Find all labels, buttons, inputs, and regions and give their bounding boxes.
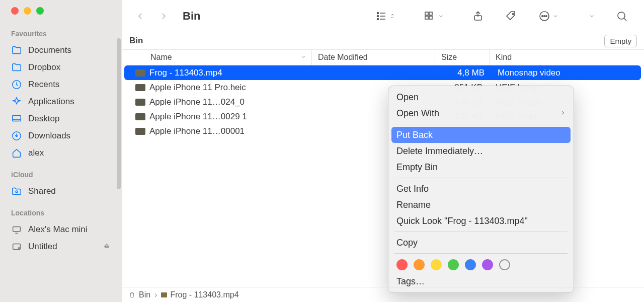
menu-item-empty-bin[interactable]: Empty Bin: [388, 159, 574, 175]
menu-item-label: Tags…: [396, 276, 425, 287]
window-controls: [0, 7, 122, 15]
file-name: Apple iPhone 11…0029 1: [149, 112, 247, 122]
more-button[interactable]: [535, 7, 561, 25]
context-menu: Open Open With Put Back Delete Immediate…: [388, 86, 574, 293]
sidebar-item-label: Documents: [28, 45, 71, 55]
menu-item-label: Put Back: [396, 130, 433, 140]
sidebar-section-locations: Locations: [0, 209, 122, 221]
svg-rect-10: [425, 12, 428, 15]
menu-separator: [394, 232, 568, 232]
tag-green[interactable]: [448, 259, 459, 270]
sidebar-item-desktop[interactable]: Desktop: [0, 110, 122, 127]
path-item-file[interactable]: Frog - 113403.mp4: [161, 290, 238, 299]
sidebar-item-disk[interactable]: Untitled: [0, 238, 122, 255]
menu-item-put-back[interactable]: Put Back: [391, 127, 571, 143]
home-icon: [11, 147, 22, 159]
file-kind: Monosnap video: [492, 68, 641, 78]
menu-item-copy[interactable]: Copy: [388, 235, 574, 251]
menu-item-get-info[interactable]: Get Info: [388, 181, 574, 197]
sidebar-item-applications[interactable]: Applications: [0, 93, 122, 110]
menu-separator: [394, 253, 568, 254]
menu-item-quick-look[interactable]: Quick Look "Frog - 113403.mp4": [388, 213, 574, 229]
svg-point-20: [618, 12, 625, 19]
applications-icon: [11, 96, 22, 107]
tags-button[interactable]: [502, 7, 520, 25]
path-separator-icon: ›: [154, 290, 157, 299]
toolbar: Bin: [122, 0, 644, 32]
sidebar-item-shared[interactable]: Shared: [0, 183, 122, 200]
file-name: Apple iPhone 11…024_0: [149, 97, 245, 107]
submenu-chevron-icon: [560, 108, 566, 119]
column-kind[interactable]: Kind: [490, 53, 644, 62]
path-bar: Bin › Frog - 113403.mp4: [122, 287, 644, 302]
column-size[interactable]: Size: [435, 50, 490, 65]
file-row[interactable]: Frog - 113403.mp4 4,8 MB Monosnap video: [124, 65, 641, 80]
column-date[interactable]: Date Modified: [312, 50, 435, 65]
empty-bin-button[interactable]: Empty: [604, 35, 637, 47]
view-list-button[interactable]: [372, 7, 398, 25]
minimize-window-button[interactable]: [24, 7, 31, 15]
column-name[interactable]: Name: [122, 50, 312, 65]
forward-button[interactable]: [155, 8, 172, 24]
back-button[interactable]: [132, 8, 148, 24]
eject-icon[interactable]: [103, 242, 111, 252]
shared-folder-icon: [11, 186, 22, 197]
sidebar-item-dropbox[interactable]: Dropbox: [0, 59, 122, 76]
sidebar-item-label: Dropbox: [28, 62, 60, 72]
path-item-bin[interactable]: Bin: [128, 290, 150, 299]
share-button[interactable]: [469, 7, 487, 25]
svg-point-18: [544, 16, 545, 17]
sidebar-item-computer[interactable]: Alex's Mac mini: [0, 221, 122, 238]
chevron-down-icon: [438, 13, 444, 19]
column-size-label: Size: [441, 53, 457, 62]
svg-point-17: [542, 16, 543, 17]
tag-none[interactable]: [499, 259, 510, 270]
folder-icon: [11, 62, 22, 73]
menu-item-delete-immediately[interactable]: Delete Immediately…: [388, 143, 574, 159]
svg-point-7: [377, 13, 379, 14]
column-name-label: Name: [150, 53, 172, 62]
sidebar-item-label: Recents: [28, 80, 59, 90]
file-thumbnail-icon: [135, 84, 145, 91]
svg-point-15: [513, 14, 514, 15]
search-button[interactable]: [613, 7, 631, 25]
sidebar-item-home[interactable]: alex: [0, 144, 122, 162]
sidebar-item-label: Shared: [28, 186, 56, 196]
menu-item-open-with[interactable]: Open With: [388, 105, 574, 121]
svg-point-19: [546, 16, 547, 17]
tag-blue[interactable]: [465, 259, 476, 270]
svg-rect-13: [429, 16, 432, 19]
path-item-label: Frog - 113403.mp4: [170, 290, 238, 299]
sidebar-scrollbar[interactable]: [117, 38, 121, 189]
sidebar-item-label: Downloads: [28, 131, 70, 141]
tag-purple[interactable]: [482, 259, 493, 270]
column-date-label: Date Modified: [318, 53, 368, 62]
sidebar-item-downloads[interactable]: Downloads: [0, 127, 122, 144]
table-header: Name Date Modified Size Kind: [122, 49, 644, 65]
tag-red[interactable]: [396, 259, 408, 270]
svg-point-6: [19, 248, 20, 249]
column-kind-label: Kind: [496, 53, 512, 62]
folder-icon: [11, 45, 22, 56]
tag-yellow[interactable]: [431, 259, 442, 270]
file-thumbnail-icon: [135, 69, 145, 77]
chevron-updown-icon: [389, 13, 395, 19]
svg-rect-1: [13, 116, 21, 121]
menu-item-label: Open With: [396, 108, 439, 119]
close-window-button[interactable]: [11, 7, 19, 15]
dropdown-button[interactable]: [584, 7, 598, 25]
file-name: Frog - 113403.mp4: [149, 68, 222, 78]
sidebar-item-documents[interactable]: Documents: [0, 42, 122, 59]
sidebar-item-label: Alex's Mac mini: [28, 224, 88, 235]
menu-item-label: Copy: [396, 238, 418, 248]
fullscreen-window-button[interactable]: [36, 7, 44, 15]
file-thumbnail-icon: [135, 99, 145, 106]
tag-orange[interactable]: [414, 259, 425, 270]
group-button[interactable]: [421, 7, 447, 25]
sidebar-item-recents[interactable]: Recents: [0, 76, 122, 93]
tag-color-row: [388, 256, 574, 273]
location-label: Bin: [129, 36, 143, 46]
menu-item-open[interactable]: Open: [388, 89, 574, 105]
menu-item-rename[interactable]: Rename: [388, 197, 574, 213]
location-bar: Bin Empty: [122, 32, 644, 49]
